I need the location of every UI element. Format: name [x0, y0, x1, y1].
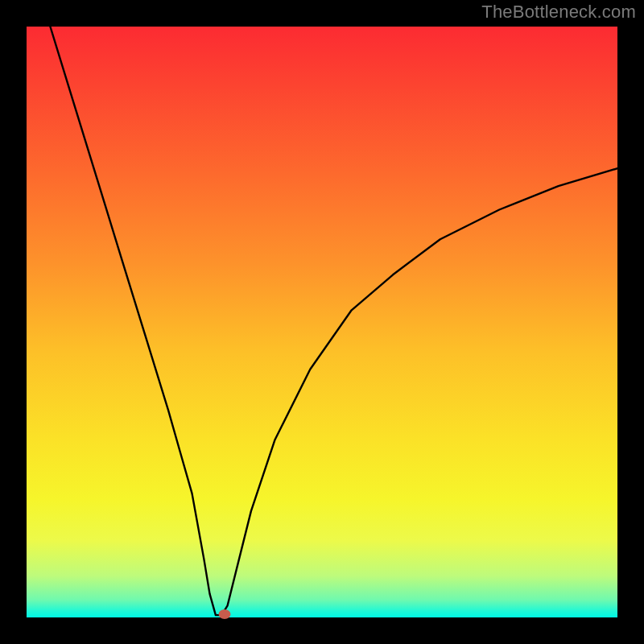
curve-svg: [27, 27, 617, 617]
chart-container: TheBottleneck.com: [0, 0, 644, 644]
plot-area: [27, 27, 617, 617]
watermark-text: TheBottleneck.com: [481, 2, 636, 23]
minimum-marker: [218, 609, 230, 619]
bottleneck-curve: [50, 27, 617, 615]
